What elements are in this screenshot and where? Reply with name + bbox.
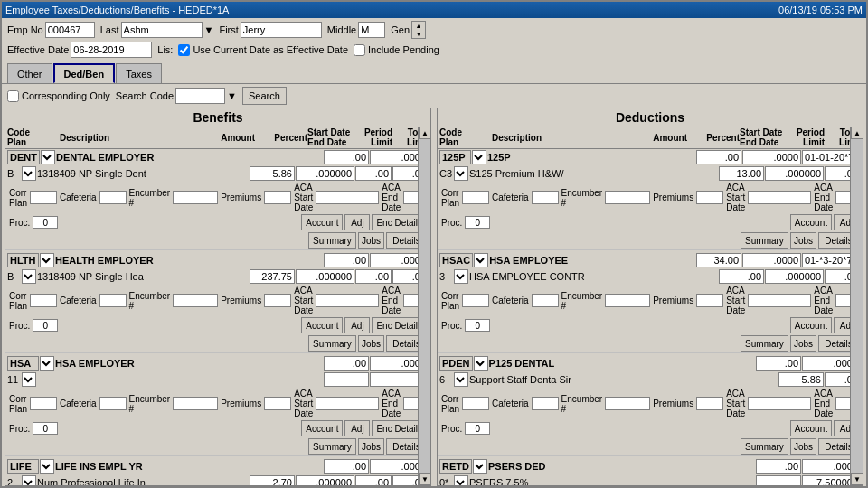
125p-plan-select[interactable]	[472, 150, 486, 164]
hsac-amount[interactable]	[696, 253, 741, 267]
pden-sub-select[interactable]	[454, 372, 468, 387]
hsa-proc-input[interactable]	[33, 422, 58, 435]
dent-aca-start[interactable]	[316, 191, 379, 204]
hsa-adj-btn[interactable]: Adj	[344, 420, 370, 436]
retd-sub-select[interactable]	[454, 475, 468, 485]
life-sub-select[interactable]	[22, 475, 36, 485]
125p-sub-percent[interactable]	[765, 166, 824, 181]
125p-proc-input[interactable]	[465, 216, 490, 229]
hsa-account-btn[interactable]: Account	[301, 420, 343, 436]
hsa-cafeteria[interactable]	[99, 397, 127, 410]
dent-encumber[interactable]	[173, 191, 218, 204]
gen-up-btn[interactable]: ▲	[412, 22, 425, 30]
125p-amount[interactable]	[696, 150, 741, 164]
emp-no-input[interactable]	[45, 22, 95, 38]
hlth-adj-btn[interactable]: Adj	[344, 317, 370, 333]
hlth-aca-start[interactable]	[316, 294, 379, 307]
125p-sub-amount[interactable]	[719, 166, 764, 181]
hlth-premiums[interactable]	[264, 294, 291, 307]
dent-adj-btn[interactable]: Adj	[344, 214, 370, 230]
hlth-summary-btn[interactable]: Summary	[308, 335, 356, 352]
retd-sub-amount[interactable]	[756, 475, 801, 485]
hsa-summary-btn[interactable]: Summary	[308, 438, 356, 455]
benefits-scroll-up[interactable]: ▲	[419, 127, 431, 139]
deductions-scroll-up[interactable]: ▲	[851, 127, 863, 139]
hsac-cafeteria[interactable]	[532, 294, 559, 307]
125p-sub-select[interactable]	[454, 166, 468, 181]
dent-proc-input[interactable]	[33, 216, 58, 229]
hsa-encumber[interactable]	[173, 397, 218, 410]
125p-premiums[interactable]	[696, 191, 723, 204]
dent-sub-amount[interactable]	[250, 166, 295, 181]
125p-percent[interactable]	[742, 150, 801, 164]
hlth-cafeteria[interactable]	[99, 294, 127, 307]
dent-sub-select[interactable]	[22, 166, 36, 181]
125p-cafeteria[interactable]	[532, 191, 559, 204]
hlth-proc-input[interactable]	[33, 319, 58, 332]
pden-cafeteria[interactable]	[532, 397, 559, 410]
search-code-input[interactable]	[175, 88, 225, 104]
pden-aca-start[interactable]	[748, 397, 811, 410]
hlth-period[interactable]	[355, 269, 392, 284]
hlth-corr-plan[interactable]	[30, 294, 57, 307]
hsac-proc-input[interactable]	[465, 319, 490, 332]
tab-taxes[interactable]: Taxes	[116, 63, 162, 83]
dent-summary-btn[interactable]: Summary	[308, 232, 356, 249]
hsa-aca-start[interactable]	[316, 397, 379, 410]
pden-amount[interactable]	[756, 356, 801, 371]
tab-other[interactable]: Other	[7, 63, 52, 83]
hsac-jobs-btn[interactable]: Jobs	[790, 335, 816, 352]
pden-plan-select[interactable]	[474, 356, 488, 371]
include-pending-checkbox[interactable]	[354, 44, 365, 56]
retd-amount[interactable]	[756, 459, 801, 474]
corresponding-only-checkbox[interactable]	[7, 90, 19, 102]
pden-summary-btn[interactable]: Summary	[741, 438, 788, 455]
hsa-plan-select[interactable]	[40, 356, 54, 371]
hsac-premiums[interactable]	[696, 294, 723, 307]
tab-ded-ben[interactable]: Ded/Ben	[53, 63, 116, 83]
125p-summary-btn[interactable]: Summary	[741, 232, 788, 249]
benefits-scroll-down[interactable]: ▼	[419, 473, 431, 485]
pden-corr-plan[interactable]	[462, 397, 489, 410]
benefits-scrollbar[interactable]: ▲ ▼	[418, 127, 430, 485]
dent-plan-select[interactable]	[41, 150, 55, 164]
retd-plan-select[interactable]	[473, 459, 487, 474]
hsa-sub-amount[interactable]	[324, 372, 369, 387]
125p-account-btn[interactable]: Account	[790, 214, 832, 230]
dent-sub-percent[interactable]	[296, 166, 354, 181]
hlth-plan-select[interactable]	[40, 253, 54, 267]
hsac-percent[interactable]	[742, 253, 801, 267]
life-period[interactable]	[355, 475, 392, 485]
hlth-encumber[interactable]	[173, 294, 218, 307]
use-current-checkbox[interactable]	[178, 44, 190, 56]
hlth-sub-amount[interactable]	[250, 269, 295, 284]
hsac-encumber[interactable]	[605, 294, 650, 307]
eff-date-input[interactable]	[71, 42, 152, 58]
life-sub-amount[interactable]	[250, 475, 295, 485]
last-input[interactable]	[121, 22, 203, 38]
middle-input[interactable]	[358, 22, 385, 38]
hsac-account-btn[interactable]: Account	[790, 317, 832, 333]
hsac-sub-amount[interactable]	[719, 269, 764, 284]
search-button[interactable]: Search	[242, 87, 287, 105]
hsac-aca-start[interactable]	[748, 294, 811, 307]
life-plan-select[interactable]	[40, 459, 54, 474]
hlth-sub-select[interactable]	[22, 269, 36, 284]
dent-period[interactable]	[355, 166, 392, 181]
dent-amount[interactable]	[324, 150, 369, 164]
gen-spinner[interactable]: ▲ ▼	[411, 21, 426, 39]
pden-sub-amount[interactable]	[778, 372, 824, 387]
pden-premiums[interactable]	[696, 397, 723, 410]
hlth-jobs-btn[interactable]: Jobs	[358, 335, 384, 352]
dent-corr-plan[interactable]	[30, 191, 57, 204]
hsa-corr-plan[interactable]	[30, 397, 57, 410]
hsac-sub-select[interactable]	[454, 269, 468, 284]
hsac-sub-percent[interactable]	[765, 269, 824, 284]
125p-corr-plan[interactable]	[462, 191, 489, 204]
dent-jobs-btn[interactable]: Jobs	[358, 232, 384, 249]
dent-account-btn[interactable]: Account	[301, 214, 343, 230]
first-input[interactable]	[241, 22, 322, 38]
125p-encumber[interactable]	[605, 191, 650, 204]
dent-premiums[interactable]	[264, 191, 291, 204]
dent-cafeteria[interactable]	[99, 191, 127, 204]
